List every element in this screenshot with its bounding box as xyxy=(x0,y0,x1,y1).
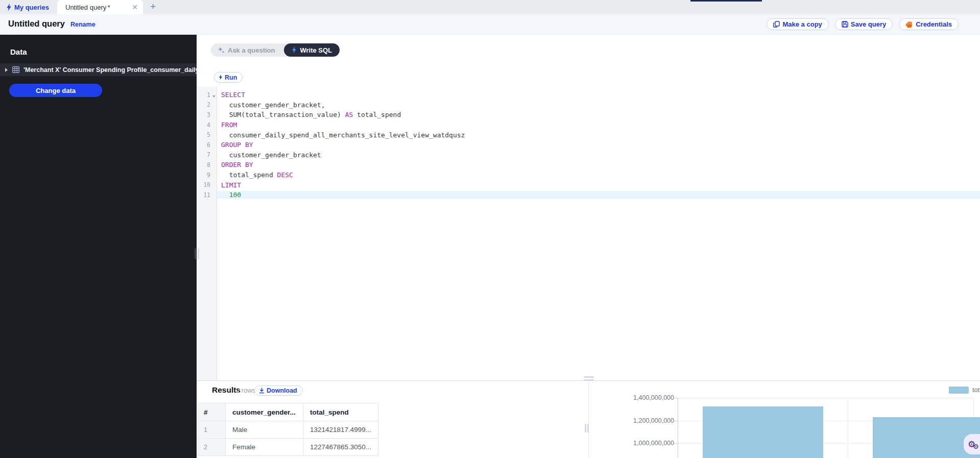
h-gridline xyxy=(678,398,973,398)
make-a-copy-button[interactable]: Make a copy xyxy=(767,18,828,30)
expand-caret-icon[interactable] xyxy=(5,68,8,72)
sql-editor-panel: Ask a question Write SQL Run 1SELECT2 cu… xyxy=(197,35,980,380)
sparkle-icon xyxy=(218,46,225,54)
rename-link[interactable]: Rename xyxy=(70,21,95,28)
lightning-icon xyxy=(292,46,297,54)
table-row: 1Male1321421817.4999... xyxy=(199,421,378,439)
chart-settings-button[interactable]: ⚙⚙ xyxy=(964,434,980,454)
column-header: total_spend xyxy=(303,403,378,421)
sidebar-heading: Data xyxy=(10,47,27,56)
copy-icon xyxy=(773,21,780,28)
table-cell: 2 xyxy=(199,439,226,456)
code-line[interactable]: 10LIMIT xyxy=(197,180,980,190)
fold-chevron-icon[interactable] xyxy=(212,95,216,98)
line-number: 6 xyxy=(197,141,217,149)
y-axis-label: 1,200,000,000 xyxy=(633,417,674,425)
line-number: 10 xyxy=(197,181,217,188)
y-axis-label: 1,000,000,000 xyxy=(633,439,674,447)
hand-icon xyxy=(905,21,913,28)
line-number: 2 xyxy=(197,101,217,108)
save-icon xyxy=(842,21,848,28)
mode-toggle: Ask a question Write SQL xyxy=(211,43,340,57)
line-number: 8 xyxy=(197,161,217,168)
table-cell: Male xyxy=(226,421,303,439)
bar-male[interactable] xyxy=(703,406,823,458)
lightning-icon xyxy=(6,4,12,11)
gear-icon: ⚙⚙ xyxy=(968,439,975,450)
save-query-button[interactable]: Save query xyxy=(835,18,893,30)
axis-tick xyxy=(674,421,678,421)
lightning-icon xyxy=(219,75,223,80)
code-line[interactable]: 5 consumer_daily_spend_all_merchants_sit… xyxy=(197,130,980,140)
code-line[interactable]: 1SELECT xyxy=(197,90,980,100)
header-actions: Make a copy Save query Credentials xyxy=(767,18,959,30)
code-line[interactable]: 7 customer_gender_bracket xyxy=(197,150,980,160)
results-table: #customer_gender...total_spend 1Male1321… xyxy=(198,403,378,456)
table-cell: 1321421817.4999... xyxy=(303,421,378,439)
download-button[interactable]: Download xyxy=(254,385,303,396)
tab-label: Untitled query * xyxy=(65,4,110,11)
y-axis-line xyxy=(678,398,678,458)
table-cell: 1227467865.3050... xyxy=(303,439,378,456)
change-data-button[interactable]: Change data xyxy=(9,84,102,97)
code-line[interactable]: 3 SUM(total_transaction_value) AS total_… xyxy=(197,110,980,120)
dataset-item[interactable]: 'Merchant X' Consumer Spending Profile_c… xyxy=(0,63,197,76)
my-queries-button[interactable]: My queries xyxy=(6,0,49,14)
code-line[interactable]: 2 customer_gender_bracket, xyxy=(197,100,980,110)
table-cell: Female xyxy=(226,439,303,456)
column-header: customer_gender... xyxy=(226,403,303,421)
bar-female[interactable] xyxy=(873,417,980,458)
code-line[interactable]: 9 total_spend DESC xyxy=(197,170,980,180)
app-window: My queries Untitled query * ✕ + Untitled… xyxy=(0,0,980,458)
page-header: Untitled query Rename Make a copy Save q… xyxy=(0,14,980,35)
tab-untitled-query[interactable]: Untitled query * ✕ xyxy=(57,0,143,14)
results-panel: Results 2 rows Download #customer_gender… xyxy=(197,380,980,458)
line-number: 11 xyxy=(197,191,217,199)
ask-a-question-tab[interactable]: Ask a question xyxy=(211,46,284,54)
dataset-label: 'Merchant X' Consumer Spending Profile_c… xyxy=(23,66,197,74)
legend-swatch xyxy=(949,387,969,394)
table-grid-icon xyxy=(12,66,19,73)
write-sql-tab[interactable]: Write SQL xyxy=(284,43,340,57)
line-number: 4 xyxy=(197,122,217,129)
rows-count: 2 rows xyxy=(236,387,255,394)
code-line[interactable]: 4FROM xyxy=(197,120,980,130)
top-progress-strip xyxy=(690,0,762,2)
y-axis-label: 1,400,000,000 xyxy=(633,394,674,402)
v-gridline xyxy=(848,398,848,458)
axis-tick xyxy=(674,398,678,398)
line-number: 5 xyxy=(197,131,217,138)
legend-label: total_spend xyxy=(972,386,980,394)
data-sidebar: Data 'Merchant X' Consumer Spending Prof… xyxy=(0,35,197,458)
sql-code-editor[interactable]: 1SELECT2 customer_gender_bracket,3 SUM(t… xyxy=(197,90,980,200)
code-line[interactable]: 6GROUP BY xyxy=(197,140,980,150)
run-button[interactable]: Run xyxy=(214,72,243,83)
table-row: 2Female1227467865.3050... xyxy=(199,439,378,456)
line-number: 3 xyxy=(197,111,217,118)
table-cell: 1 xyxy=(199,421,226,439)
line-number: 7 xyxy=(197,151,217,158)
column-header: # xyxy=(199,403,226,421)
chart-legend[interactable]: total_spend xyxy=(949,386,980,394)
line-number: 9 xyxy=(197,172,217,179)
axis-tick xyxy=(674,443,678,444)
page-title: Untitled query xyxy=(8,19,65,29)
new-tab-button[interactable]: + xyxy=(150,1,156,12)
bar-chart: total_spend 1,400,000,0001,200,000,0001,… xyxy=(589,381,980,458)
line-number: 1 xyxy=(197,91,217,99)
tab-bar: My queries Untitled query * ✕ + xyxy=(0,0,980,14)
close-tab-icon[interactable]: ✕ xyxy=(132,4,138,11)
download-icon xyxy=(259,388,265,394)
credentials-button[interactable]: Credentials xyxy=(899,18,959,30)
my-queries-label: My queries xyxy=(14,4,49,11)
code-line[interactable]: 11 100 xyxy=(197,190,980,200)
code-line[interactable]: 8ORDER BY xyxy=(197,160,980,170)
